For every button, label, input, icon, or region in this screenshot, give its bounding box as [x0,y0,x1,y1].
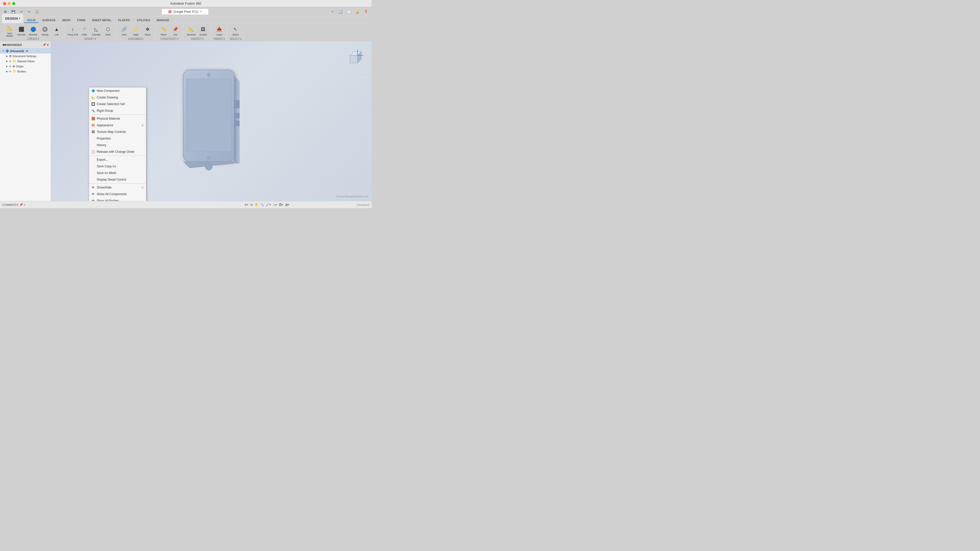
statusbar-expand[interactable]: ▸ [24,203,25,206]
redo-button[interactable]: ↪ [26,8,32,15]
assemble2-button[interactable]: ⚡ Rigid [130,24,142,38]
insert1-button[interactable]: 📥 Insert [213,24,225,38]
assemble-label[interactable]: ASSEMBLE ▾ [128,38,144,41]
menu-properties[interactable]: Properties [89,135,146,142]
menu-save-copy-as[interactable]: Save Copy As [89,163,146,170]
view-gizmo[interactable]: X Z [346,49,364,67]
tab-utilities[interactable]: UTILITIES [134,18,153,23]
tab-area: 🎯 Google Pixel 3*(1) ✕ [42,9,328,15]
axis-button[interactable]: 📌 Axis [170,24,181,38]
pan-icon[interactable]: ✋ [255,203,258,206]
snap-icon[interactable]: ⊕▾ [245,203,248,206]
root-label: (Unsaved) [10,49,24,52]
design-dropdown[interactable]: DESIGN ▾ [2,14,24,23]
origin-label: Origin [16,65,24,68]
menu-save-as-mesh[interactable]: Save As Mesh [89,170,146,176]
tab-sheet-metal[interactable]: SHEET METAL [89,18,115,23]
zoom-dropdown[interactable]: 🔎▾ [266,203,271,206]
create-label[interactable]: CREATE ▾ [27,38,39,41]
add-tab-button[interactable]: ＋ [329,8,336,15]
viewport[interactable]: X Z ProductDesignOnline.com 🔷 New Compon… [51,41,372,201]
browser-item-root[interactable]: ▼ 🔷 (Unsaved) ⚙ [0,48,51,54]
arrow-icon: ▶ [6,65,8,68]
extrude-icon: ⬛ [18,26,25,33]
comments-label[interactable]: COMMENTS [2,203,18,206]
browser-item-doc-settings[interactable]: ▶ ⚙ Document Settings [0,54,51,59]
arrow-icon: ▼ [2,50,4,52]
extrude-button[interactable]: ⬛ Extrude [16,24,27,38]
home-button[interactable]: 🏠 [33,8,41,15]
menu-release-change-order[interactable]: 📋 Release with Change Order [89,148,146,155]
tab-solid[interactable]: SOLID [24,18,39,23]
menu-show-all-components[interactable]: 👁 Show All Components [89,191,146,197]
construct-label[interactable]: CONSTRUCT ▾ [161,38,178,41]
create-sketch-button[interactable]: 📐 New Sketch [4,24,15,38]
menu-appearance[interactable]: 🎨 Appearance A [89,122,146,129]
menu-texture-map[interactable]: 🖼 Texture Map Controls [89,129,146,135]
tab-manage[interactable]: MANAGE [154,18,172,23]
help-button[interactable]: ❓ [362,8,369,15]
menu-create-drawing[interactable]: 📐 Create Drawing [89,94,146,101]
menu-create-selection-set[interactable]: 🔲 Create Selection Set [89,101,146,107]
maximize-button[interactable] [12,2,15,5]
minimize-button[interactable] [8,2,11,5]
modify-label[interactable]: MODIFY ▾ [84,38,96,41]
clock-button[interactable]: 🕐 [345,8,353,15]
revolve-button[interactable]: 🔵 Revolve [27,24,39,38]
menu-physical-material[interactable]: 🧱 Physical Material [89,115,146,122]
tab-icon: 🎯 [168,10,172,14]
menu-show-hide[interactable]: 👁 Show/Hide V [89,184,146,191]
measure-button[interactable]: 📐 Measure [186,24,197,38]
zoom-icon[interactable]: 🔍 [260,203,264,206]
loft-button[interactable]: ▲ Loft [51,24,62,38]
menu-show-all-bodies[interactable]: 👁 Show All Bodies [89,197,146,201]
tab-form[interactable]: FORM [74,18,88,23]
menu-display-detail[interactable]: Display Detail Control [89,176,146,183]
tab-close-button[interactable]: ✕ [200,10,202,13]
plane-button[interactable]: 📏 Plane [158,24,169,38]
bell-button[interactable]: 🔔 [354,8,361,15]
active-tab[interactable]: 🎯 Google Pixel 3*(1) ✕ [162,9,208,15]
create-caret: ▾ [38,38,39,40]
sweep-button[interactable]: 🔘 Sweep [39,24,51,38]
collapse-icon[interactable]: ◀◀ [2,43,6,46]
fillet-icon: ◜ [81,26,88,33]
fillet-button[interactable]: ◜ Fillet [79,24,90,38]
tab-surface[interactable]: SURFACE [39,18,59,23]
chamfer-button[interactable]: ◺ Chamfer [91,24,102,38]
shell-button[interactable]: ⬡ Shell [102,24,114,38]
browser-item-bodies[interactable]: ▶ 👁 📁 Bodies [0,69,51,74]
assemble1-button[interactable]: 🔗 Joint [118,24,130,38]
statusbar-pin[interactable]: 📌 [19,203,23,206]
phone-screen [186,79,231,151]
select-button[interactable]: ↖ Select [230,24,241,38]
display-mode[interactable]: ◻▾ [273,203,277,206]
close-button[interactable] [3,2,6,5]
inspect-label[interactable]: INSPECT ▾ [191,38,204,41]
grid-mode[interactable]: ▦▾ [285,203,290,206]
history-icon [91,143,95,147]
menu-rigid-group[interactable]: 🔩 Rigid Group [89,107,146,114]
move-button[interactable]: ✥ Move [142,24,153,38]
browser-item-origin[interactable]: ▶ 👁 ⊕ Origin [0,64,51,69]
menu-history[interactable]: History [89,142,146,148]
assemble2-icon: ⚡ [132,26,139,33]
tab-plastic[interactable]: PLASTIC [115,18,133,23]
select-label[interactable]: SELECT ▾ [230,38,242,41]
component-icon: 🔷 [5,49,9,53]
press-pull-button[interactable]: ↕ Press Pull [67,24,78,38]
section-button[interactable]: 🖼 Section [197,24,209,38]
browser-item-named-views[interactable]: ▶ 👁 📁 Named Views [0,59,51,64]
tab-mesh[interactable]: MESH [59,18,73,23]
insert-label[interactable]: INSERT ▾ [213,38,225,41]
assemble-buttons: 🔗 Joint ⚡ Rigid ✥ Move [118,24,153,38]
online-button[interactable]: 🔄 [337,8,344,15]
menu-export[interactable]: Export... [89,156,146,163]
browser-expand[interactable]: ▸ [47,43,49,46]
visual-mode[interactable]: 🖼▾ [279,203,283,206]
ribbon-tabs: DESIGN ▾ SOLID SURFACE MESH FORM SHEET M… [0,16,372,23]
browser-pin[interactable]: 📌 [43,43,46,46]
insert-buttons: 📥 Insert [213,24,225,38]
grid-icon[interactable]: ⊞ [250,203,253,206]
menu-new-component[interactable]: 🔷 New Component [89,87,146,94]
